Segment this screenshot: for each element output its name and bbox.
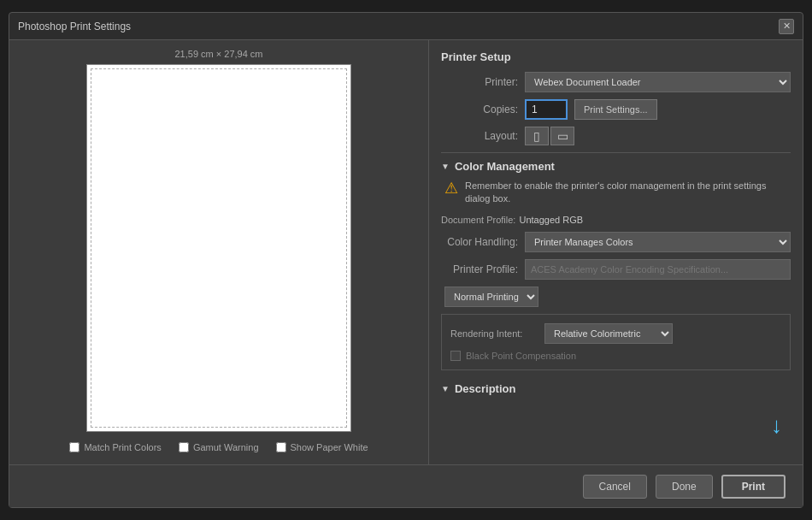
rendering-intent-label: Rendering Intent: (450, 328, 544, 339)
printer-setup-title: Printer Setup (441, 50, 791, 63)
landscape-button[interactable]: ▭ (550, 127, 574, 145)
main-content: 21,59 cm × 27,94 cm Match Print Colors G… (9, 40, 803, 464)
desc-collapse-arrow: ▼ (441, 384, 450, 393)
paper-size-label: 21,59 cm × 27,94 cm (174, 49, 262, 59)
cancel-button[interactable]: Cancel (583, 475, 647, 499)
portrait-button[interactable]: ▯ (525, 127, 549, 145)
paper-border (91, 68, 347, 428)
description-title: Description (455, 382, 516, 395)
done-button[interactable]: Done (656, 475, 713, 499)
printer-select[interactable]: Webex Document Loader (525, 72, 791, 92)
portrait-icon: ▯ (533, 129, 540, 143)
copies-input[interactable] (525, 99, 568, 120)
show-paper-white-checkbox[interactable] (276, 442, 286, 452)
divider-1 (441, 152, 791, 153)
rendering-intent-select[interactable]: Perceptual Saturation Relative Colorimet… (544, 323, 673, 344)
doc-profile-label: Document Profile: (441, 215, 515, 225)
printer-profile-row: Printer Profile: (441, 259, 791, 280)
bottom-checkboxes: Match Print Colors Gamut Warning Show Pa… (69, 442, 368, 452)
match-print-colors-checkbox[interactable] (69, 442, 79, 452)
copies-label: Copies: (441, 103, 518, 115)
copies-row: Copies: Print Settings... (441, 99, 791, 120)
doc-profile-value: Untagged RGB (519, 215, 583, 225)
warning-text: Remember to enable the printer's color m… (465, 180, 787, 206)
scroll-down-arrow: ↓ (771, 412, 782, 439)
color-handling-label: Color Handling: (441, 236, 518, 248)
printer-profile-label: Printer Profile: (441, 263, 518, 275)
color-management-header[interactable]: ▼ Color Management (441, 160, 791, 173)
settings-panel: Printer Setup Printer: Webex Document Lo… (428, 40, 803, 464)
match-print-colors-item[interactable]: Match Print Colors (69, 442, 161, 452)
print-button[interactable]: Print (721, 475, 786, 499)
settings-scroll: Printer Setup Printer: Webex Document Lo… (429, 40, 803, 464)
description-header[interactable]: ▼ Description (441, 382, 791, 395)
warning-icon: ⚠ (444, 179, 458, 198)
bottom-bar: Cancel Done Print (9, 464, 803, 507)
print-settings-dialog: Photoshop Print Settings ✕ 21,59 cm × 27… (9, 12, 803, 508)
black-point-checkbox[interactable] (450, 351, 461, 361)
black-point-label: Black Point Compensation (466, 351, 576, 361)
show-paper-white-item[interactable]: Show Paper White (276, 442, 368, 452)
color-handling-row: Color Handling: Printer Manages Colors P… (441, 232, 791, 252)
print-settings-button[interactable]: Print Settings... (574, 99, 657, 120)
printer-label: Printer: (441, 76, 518, 88)
match-print-colors-label: Match Print Colors (84, 442, 161, 452)
layout-row: Layout: ▯ ▭ (441, 127, 791, 145)
printer-row: Printer: Webex Document Loader (441, 72, 791, 92)
color-handling-select[interactable]: Printer Manages Colors Photoshop Manages… (525, 232, 791, 252)
dialog-title: Photoshop Print Settings (18, 21, 131, 32)
close-button[interactable]: ✕ (779, 19, 794, 34)
title-bar: Photoshop Print Settings ✕ (9, 13, 803, 40)
landscape-icon: ▭ (557, 129, 568, 143)
gamut-warning-label: Gamut Warning (193, 442, 259, 452)
color-management-title: Color Management (455, 160, 555, 173)
black-point-row: Black Point Compensation (450, 351, 781, 361)
normal-printing-select[interactable]: Normal Printing Hard Proofing (444, 287, 538, 307)
rendering-intent-row: Rendering Intent: Perceptual Saturation … (450, 323, 781, 344)
gamut-warning-item[interactable]: Gamut Warning (179, 442, 259, 452)
paper-preview (86, 64, 351, 432)
normal-printing-row: Normal Printing Hard Proofing (441, 287, 791, 307)
rendering-box: Rendering Intent: Perceptual Saturation … (441, 314, 791, 370)
gamut-warning-checkbox[interactable] (179, 442, 189, 452)
layout-label: Layout: (441, 130, 518, 142)
warning-box: ⚠ Remember to enable the printer's color… (441, 180, 791, 206)
printer-profile-input (525, 259, 791, 280)
show-paper-white-label: Show Paper White (291, 442, 368, 452)
cm-collapse-arrow: ▼ (441, 162, 450, 171)
doc-profile-row: Document Profile: Untagged RGB (441, 215, 791, 225)
preview-panel: 21,59 cm × 27,94 cm Match Print Colors G… (9, 40, 428, 464)
